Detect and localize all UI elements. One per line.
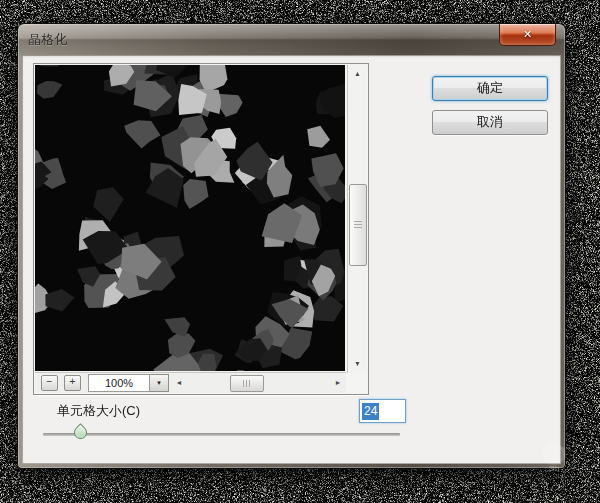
horizontal-scrollbar-thumb[interactable] [230,375,264,392]
vertical-scrollbar-thumb[interactable] [349,184,367,266]
close-button[interactable]: ✕ [499,24,556,46]
zoom-dropdown-button[interactable]: ▼ [150,374,169,392]
scroll-up-icon[interactable]: ▲ [348,67,367,81]
plus-icon: + [70,376,76,387]
minus-icon: − [47,376,53,387]
scroll-down-icon[interactable]: ▼ [348,357,367,371]
cancel-button[interactable]: 取消 [432,110,548,135]
preview-zoom-bar: − + 100% ▼ ◄ ► [35,372,346,393]
chevron-down-icon: ▼ [156,380,162,386]
zoom-in-button[interactable]: + [64,375,81,391]
cell-size-label: 单元格大小(C) [57,402,140,420]
scroll-left-icon[interactable]: ◄ [173,373,185,393]
dialog-body: ▲ ▼ − + 100% ▼ ◄ [22,55,561,464]
filter-preview-panel: ▲ ▼ − + 100% ▼ ◄ [33,63,369,395]
vertical-scrollbar[interactable]: ▲ ▼ [347,65,367,373]
cell-size-value: 24 [362,403,379,420]
horizontal-scrollbar[interactable]: ◄ ► [173,373,346,393]
cell-size-slider-track[interactable] [43,433,400,436]
screenshot-stage: 晶格化 ✕ ▲ ▼ − + [0,0,600,503]
crystallize-dialog: 晶格化 ✕ ▲ ▼ − + [18,24,565,468]
preview-image[interactable] [35,65,345,371]
zoom-out-button[interactable]: − [41,375,58,391]
ok-button[interactable]: 确定 [432,76,548,101]
scroll-right-icon[interactable]: ► [332,373,344,393]
cell-size-input[interactable]: 24 [359,399,406,423]
close-icon: ✕ [523,28,532,40]
cell-size-slider-thumb[interactable] [71,423,89,441]
dialog-titlebar[interactable]: 晶格化 ✕ [18,24,565,55]
zoom-level-display[interactable]: 100% [88,374,150,392]
dialog-title: 晶格化 [28,31,67,49]
